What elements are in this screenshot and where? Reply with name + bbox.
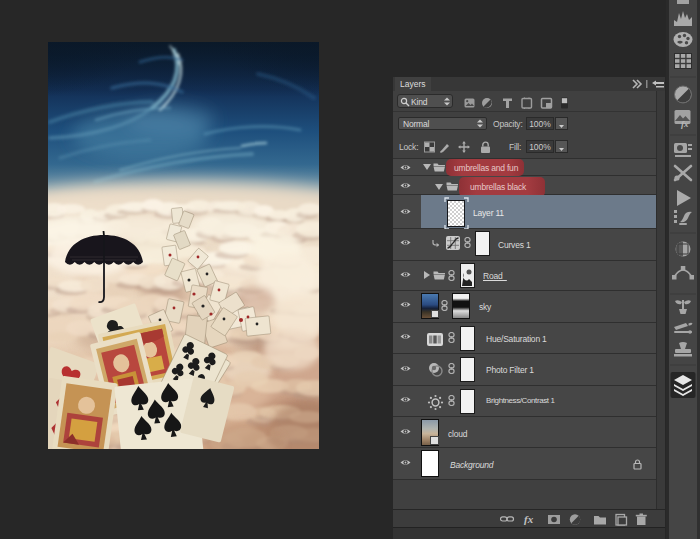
svg-text:fx: fx [524, 513, 534, 525]
svg-text:fx: fx [681, 119, 689, 129]
